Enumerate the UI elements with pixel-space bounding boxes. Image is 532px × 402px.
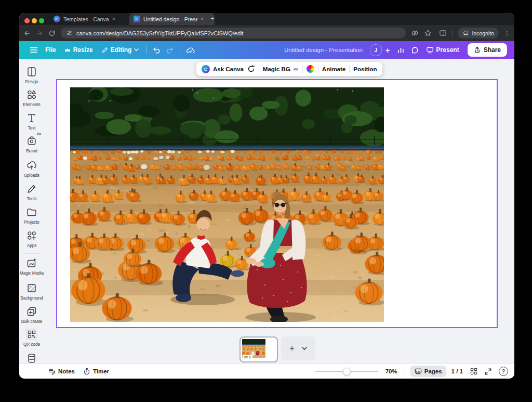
insights-icon[interactable] [394, 43, 408, 57]
design-icon [26, 66, 37, 77]
position-button[interactable]: Position [353, 66, 377, 72]
design-photo[interactable] [70, 87, 384, 322]
chevron-down-icon[interactable] [302, 347, 307, 351]
present-label: Present [436, 46, 459, 54]
back-icon[interactable] [23, 30, 31, 37]
address-bar[interactable]: canva.com/design/DAG253ySrfY/gTktUPFyQal… [61, 28, 406, 38]
zoom-slider[interactable] [315, 371, 378, 372]
grid-view-icon[interactable] [470, 368, 477, 375]
crown-icon [293, 67, 299, 71]
timer-button[interactable]: Timer [83, 368, 109, 375]
sidebar-item-projects[interactable]: Projects [19, 206, 44, 225]
side-panel-icon[interactable] [439, 29, 447, 37]
page-thumbnail[interactable]: 1 [240, 336, 278, 362]
traffic-light-close[interactable] [24, 16, 30, 25]
site-settings-icon[interactable] [66, 30, 73, 36]
redo-icon[interactable] [163, 43, 177, 57]
new-tab-button[interactable]: + [210, 15, 215, 22]
sidebar-item-magic-media[interactable]: Magic Media [19, 257, 44, 276]
comment-icon[interactable] [408, 43, 422, 57]
animate-button[interactable]: Animate [322, 66, 345, 72]
sidebar-item-label: Text [28, 125, 36, 131]
regenerate-icon[interactable] [247, 65, 255, 73]
browser-window: C Templates - Canva × C Untitled design … [19, 13, 514, 379]
file-menu-button[interactable]: File [41, 43, 60, 57]
url-text: canva.com/design/DAG253ySrfY/gTktUPFyQal… [76, 30, 244, 36]
tab-title: Templates - Canva [63, 16, 109, 22]
bulk-create-icon [26, 306, 37, 317]
context-toolbar: C Ask Canva Magic BG Animate Position [196, 62, 382, 76]
magic-media-icon [26, 257, 37, 269]
incognito-badge[interactable]: Incognito [458, 28, 499, 38]
pencil-icon [101, 47, 108, 54]
background-icon [26, 282, 37, 294]
password-hidden-icon[interactable] [411, 29, 419, 37]
notes-button[interactable]: Notes [48, 368, 75, 375]
tab-templates[interactable]: C Templates - Canva × [49, 13, 136, 25]
sidebar-divider [23, 253, 40, 254]
brand-icon [26, 135, 37, 147]
close-tab-icon[interactable]: × [112, 16, 115, 22]
present-button[interactable]: Present [422, 43, 463, 57]
ask-canva-button[interactable]: C Ask Canva [202, 65, 244, 73]
add-page-button[interactable]: + [289, 343, 295, 354]
document-title[interactable]: Untitled design - Presentation [284, 47, 363, 53]
notes-icon [48, 368, 56, 375]
sidebar-item-label: Projects [24, 219, 39, 225]
help-button[interactable]: ? [499, 367, 508, 376]
sidebar-item-background[interactable]: Background [19, 282, 44, 301]
resize-button[interactable]: Resize [60, 43, 97, 57]
magic-bg-button[interactable]: Magic BG [263, 66, 299, 72]
design-page[interactable] [56, 79, 498, 328]
fullscreen-icon[interactable] [485, 368, 491, 375]
sidebar-item-text[interactable]: Text [19, 112, 44, 131]
avatar[interactable]: J [370, 44, 382, 56]
sidebar-item-elements[interactable]: Elements [19, 89, 44, 107]
browser-menu-icon[interactable]: ⋮ [504, 30, 510, 37]
text-icon [26, 112, 37, 124]
bookmark-star-icon[interactable] [424, 29, 432, 37]
traffic-light-minimize[interactable] [32, 16, 37, 25]
status-bar: Notes Timer 70% Pages 1 / 1 ? [19, 364, 514, 379]
add-collaborator-button[interactable]: + [382, 43, 394, 57]
qr-code-icon [26, 329, 37, 340]
editing-mode-button[interactable]: Editing [97, 43, 143, 57]
sidebar-item-design[interactable]: Design [19, 66, 44, 84]
uploads-icon [26, 160, 37, 171]
chevron-down-icon [134, 48, 139, 51]
sidebar-item-brand[interactable]: Brand [19, 135, 44, 153]
share-button[interactable]: Share [468, 43, 507, 57]
sidebar-item-label: Bulk create [21, 319, 42, 324]
timer-icon [83, 368, 90, 375]
sidebar-item-tools[interactable]: Tools [19, 183, 44, 201]
canva-favicon: C [54, 16, 60, 22]
page-count: 1 / 1 [451, 368, 463, 374]
page-number-badge: 1 [243, 355, 252, 359]
browser-tab-strip: C Templates - Canva × C Untitled design … [19, 13, 514, 25]
color-wheel-icon[interactable] [307, 65, 314, 73]
magic-bg-label: Magic BG [263, 66, 290, 72]
sidebar-item-uploads[interactable]: Uploads [19, 160, 44, 178]
tab-title: Untitled design - Presentation [143, 16, 197, 22]
sidebar-item-label: Background [20, 295, 43, 301]
notes-label: Notes [58, 368, 75, 374]
sidebar-item-qr-code[interactable]: QR code [19, 329, 44, 347]
pages-view-button[interactable]: Pages [410, 366, 446, 377]
main-menu-icon[interactable] [26, 43, 41, 57]
sidebar-item-label: Uploads [24, 173, 39, 178]
undo-icon[interactable] [150, 43, 163, 57]
sidebar-item-apps[interactable]: Apps [19, 230, 44, 248]
forward-icon[interactable] [36, 30, 43, 37]
sidebar-item-label: Magic Media [20, 270, 44, 276]
crown-icon [64, 47, 71, 53]
canva-header: File Resize Editing Untitled design - Pr… [19, 41, 514, 59]
pages-label: Pages [424, 368, 442, 374]
tab-untitled-design[interactable]: C Untitled design - Presentation × [129, 13, 215, 25]
present-screen-icon [244, 356, 248, 359]
sidebar-item-bulk-create[interactable]: Bulk create [19, 306, 44, 324]
close-tab-icon[interactable]: × [201, 16, 204, 22]
zoom-slider-knob[interactable] [343, 368, 351, 375]
traffic-light-zoom[interactable] [39, 16, 44, 25]
zoom-level[interactable]: 70% [385, 368, 397, 374]
reload-icon[interactable] [48, 30, 56, 37]
